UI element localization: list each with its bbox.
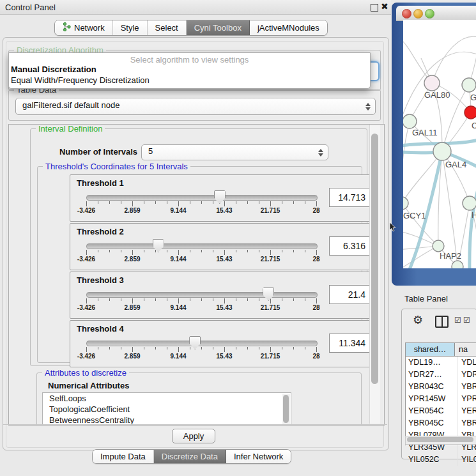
network-node[interactable] xyxy=(452,261,463,268)
network-node-gal11[interactable] xyxy=(403,114,417,128)
cell-name[interactable]: YDR2 xyxy=(457,369,476,381)
slider-tick-labels: -3.4262.8599.14415.4321.71528 xyxy=(86,304,316,312)
threshold-1-slider-track[interactable] xyxy=(86,195,318,201)
tab-jactivemnodules[interactable]: jActiveMNodules xyxy=(250,20,327,35)
network-view-window: GAL80GACGAL11GAL4GCY1HHAP2 xyxy=(392,3,476,286)
table-toolbar: ⚙ ☑ ☑ xyxy=(402,309,476,335)
combo-arrows-icon xyxy=(318,149,323,157)
numerical-attributes-heading: Numerical Attributes xyxy=(48,381,129,390)
algorithm-option-equal-width-frequency-discretization[interactable]: Equal Width/Frequency Discretization xyxy=(11,75,150,85)
table-data-combobox[interactable]: galFiltered.sif default node xyxy=(15,98,376,115)
table-row[interactable]: YDL19…YDL1 xyxy=(406,357,476,369)
tab-network[interactable]: Network xyxy=(55,20,113,35)
cell-shared-name[interactable]: YER054C xyxy=(406,405,457,417)
tab-impute-data[interactable]: Impute Data xyxy=(93,450,154,463)
threshold-2-slider-track[interactable] xyxy=(86,243,318,249)
minimize-traffic-light[interactable] xyxy=(413,9,423,19)
algorithm-placeholder-item: Select algorithm to view settings xyxy=(9,55,370,65)
cell-name[interactable]: YPR1 xyxy=(457,393,476,405)
cell-name[interactable]: YDL1 xyxy=(457,357,476,369)
threshold-3-slider-track[interactable] xyxy=(86,292,318,298)
tab-label: Infer Network xyxy=(234,452,283,461)
network-node-h[interactable] xyxy=(463,196,476,210)
threshold-4-slider-track[interactable] xyxy=(86,341,318,346)
table-horizontal-scrollbar[interactable] xyxy=(405,436,476,445)
node-label-gal11: GAL11 xyxy=(412,128,438,137)
control-panel-titlebar: Control Panel ✖ xyxy=(0,0,391,15)
node-label-c: C xyxy=(472,121,476,130)
checkbox-icon[interactable]: ☑ xyxy=(454,316,461,325)
network-node-hap2[interactable] xyxy=(433,240,444,252)
threshold-3-label: Threshold 3 xyxy=(77,275,124,285)
checkbox-icon[interactable]: ☑ xyxy=(463,316,470,325)
list-scrollbar[interactable] xyxy=(282,394,290,426)
cell-shared-name[interactable]: YDR27… xyxy=(406,369,457,381)
threshold-1-value-field[interactable]: 14.713 xyxy=(329,188,370,207)
table-row[interactable]: YBR043CYBR0 xyxy=(406,381,476,393)
tab-label: Discretize Data xyxy=(162,452,218,461)
settings-scroll-viewport: Interval Definition Number of Intervals … xyxy=(8,124,385,426)
threshold-1-panel: Threshold 1-3.4262.8599.14415.4321.71528… xyxy=(70,174,373,222)
cell-shared-name[interactable]: YDL19… xyxy=(406,357,457,369)
table-row[interactable]: YER054CYER0 xyxy=(406,405,476,417)
network-node-gal80[interactable] xyxy=(424,75,440,91)
threshold-2-value-field[interactable]: 6.316 xyxy=(329,236,370,256)
network-nodes[interactable] xyxy=(403,75,476,268)
table-panel-title: Table Panel xyxy=(404,294,448,303)
table-header-row: shared… na xyxy=(406,343,476,357)
tab-label: Select xyxy=(155,23,178,33)
network-canvas[interactable]: GAL80GACGAL11GAL4GCY1HHAP2 xyxy=(403,20,476,268)
tab-select[interactable]: Select xyxy=(148,20,187,35)
table-row[interactable]: YIL052CYIL0 xyxy=(406,454,476,466)
float-window-icon[interactable] xyxy=(371,4,378,12)
cell-shared-name[interactable]: YBR045C xyxy=(406,417,457,429)
threshold-3-panel: Threshold 3-3.4262.8599.14415.4321.71528… xyxy=(70,272,373,319)
scrollbar-thumb[interactable] xyxy=(371,134,378,384)
tab-style[interactable]: Style xyxy=(113,20,148,35)
slider-tick-labels: -3.4262.8599.14415.4321.71528 xyxy=(86,353,316,360)
network-node-c[interactable] xyxy=(464,106,476,119)
slider-ticks xyxy=(86,250,316,256)
thresholds-group-label: Threshold's Coordinates for 5 Intervals xyxy=(43,162,190,171)
node-label-ga: GA xyxy=(470,93,476,102)
network-node-ga[interactable] xyxy=(462,78,476,92)
tab-infer-network[interactable]: Infer Network xyxy=(226,450,291,463)
cell-name[interactable]: YIL0 xyxy=(457,454,476,466)
network-node-gcy1[interactable] xyxy=(403,197,408,210)
number-of-intervals-combobox[interactable]: 5 xyxy=(141,144,328,160)
divider xyxy=(3,424,387,425)
cell-shared-name[interactable]: YBR043C xyxy=(406,381,457,393)
network-window-titlebar[interactable] xyxy=(396,6,476,21)
close-icon[interactable]: ✖ xyxy=(381,1,388,12)
attribute-item-topologicalcoefficient[interactable]: TopologicalCoefficient xyxy=(43,404,291,415)
threshold-4-panel: Threshold 4-3.4262.8599.14415.4321.71528… xyxy=(70,320,373,367)
attribute-item-selfloops[interactable]: SelfLoops xyxy=(43,393,291,404)
node-label-hap2: HAP2 xyxy=(440,251,461,261)
threshold-3-value-field[interactable]: 21.4 xyxy=(329,285,370,304)
table-row[interactable]: YDR27…YDR2 xyxy=(406,369,476,381)
numerical-attributes-list[interactable]: SelfLoopsTopologicalCoefficientBetweenne… xyxy=(42,392,291,426)
threshold-4-value-field[interactable]: 11.344 xyxy=(329,334,370,353)
tab-discretize-data[interactable]: Discretize Data xyxy=(154,450,226,463)
table-row[interactable]: YPR145WYPR1 xyxy=(406,393,476,405)
apply-button[interactable]: Apply xyxy=(172,429,215,443)
close-traffic-light[interactable] xyxy=(402,9,411,19)
column-header-name[interactable]: na xyxy=(455,343,476,356)
cell-name[interactable]: YER0 xyxy=(457,405,476,417)
cell-shared-name[interactable]: YIL052C xyxy=(406,454,457,466)
settings-scrollbar[interactable] xyxy=(369,125,380,424)
attributes-group: Attributes to discretize Numerical Attri… xyxy=(36,372,362,426)
settings-gear-icon[interactable]: ⚙ xyxy=(413,313,423,327)
split-columns-icon[interactable] xyxy=(435,316,449,328)
table-row[interactable]: YBR045CYBR0 xyxy=(406,417,476,429)
algorithm-option-manual-discretization[interactable]: Manual Discretization xyxy=(11,65,96,74)
zoom-traffic-light[interactable] xyxy=(425,9,434,19)
cell-shared-name[interactable]: YPR145W xyxy=(406,393,457,405)
tab-cyni-toolbox[interactable]: Cyni Toolbox xyxy=(187,20,250,35)
combo-arrows-icon xyxy=(365,103,371,111)
column-header-shared-name[interactable]: shared… xyxy=(406,343,455,356)
cell-name[interactable]: YBR0 xyxy=(457,381,476,393)
interval-definition-label: Interval Definition xyxy=(36,124,105,134)
network-node-gal4[interactable] xyxy=(433,142,451,160)
cell-name[interactable]: YBR0 xyxy=(457,417,476,429)
